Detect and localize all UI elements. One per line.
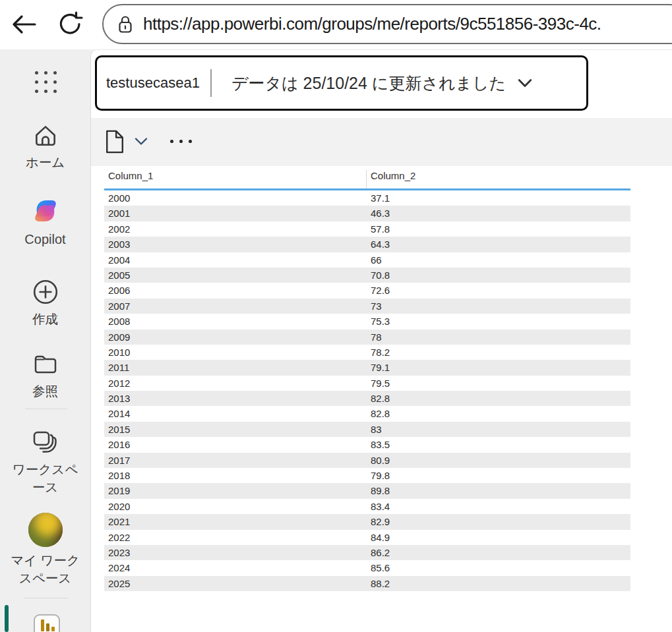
table-row[interactable]: 202386.2 <box>104 545 630 560</box>
table-cell: 2015 <box>104 422 367 437</box>
table-row[interactable]: 200978 <box>104 330 630 345</box>
browser-refresh-button[interactable] <box>57 11 83 38</box>
table-row[interactable]: 201583 <box>104 422 630 437</box>
table-cell: 78.2 <box>367 345 630 360</box>
sidebar-item-my-workspace[interactable]: マイ ワークスペース <box>0 513 90 587</box>
avatar <box>28 513 63 547</box>
folder-icon <box>32 350 59 378</box>
table-row[interactable]: 200146.3 <box>104 206 630 221</box>
table-cell: 88.2 <box>367 576 630 591</box>
circle-plus-icon <box>32 278 59 306</box>
table-row[interactable]: 201780.9 <box>104 453 630 468</box>
chevron-down-icon[interactable] <box>135 137 148 146</box>
more-options-button[interactable] <box>170 140 192 143</box>
table-row[interactable]: 202485.6 <box>104 560 630 575</box>
table-cell: 73 <box>367 299 630 314</box>
table-cell: 37.1 <box>367 190 630 206</box>
table-row[interactable]: 202083.4 <box>104 499 630 514</box>
browser-back-button[interactable] <box>11 13 37 36</box>
table-row[interactable]: 200773 <box>104 299 630 314</box>
table-row[interactable]: 200466 <box>104 252 630 268</box>
table-cell: 2016 <box>104 437 367 452</box>
report-title-dropdown[interactable]: testusecasea1 データは 25/10/24 に更新されました <box>95 55 588 111</box>
left-arrow-icon <box>11 13 37 36</box>
table-cell: 2009 <box>104 330 367 345</box>
table-row[interactable]: 200570.8 <box>104 268 630 283</box>
table-cell: 72.6 <box>367 283 630 298</box>
table-body: 200037.1200146.3200257.8200364.320046620… <box>104 190 630 591</box>
column-header[interactable]: Column_2 <box>367 170 630 188</box>
report-action-bar <box>91 118 672 166</box>
app-launcher-button[interactable] <box>35 71 57 94</box>
stacked-windows-icon <box>31 427 60 456</box>
table-cell: 2024 <box>104 560 367 575</box>
content-panel: testusecasea1 データは 25/10/24 に更新されました <box>90 49 672 632</box>
table-cell: 2018 <box>104 468 367 483</box>
table-cell: 84.9 <box>367 530 630 545</box>
sidebar-item-label: ホーム <box>11 154 80 171</box>
table-row[interactable]: 202284.9 <box>104 530 630 545</box>
table-row[interactable]: 201879.8 <box>104 468 630 483</box>
table-cell: 82.9 <box>367 514 630 529</box>
browser-address-bar[interactable]: https://app.powerbi.com/groups/me/report… <box>102 4 672 44</box>
sidebar-item-label: 作成 <box>11 310 80 328</box>
table-cell: 2000 <box>104 190 367 206</box>
sidebar-item-copilot[interactable]: Copilot <box>0 196 90 248</box>
sidebar-divider <box>25 409 67 409</box>
table-row[interactable]: 200364.3 <box>104 237 630 252</box>
table-visual: Column_1 Column_2 200037.1200146.3200257… <box>104 170 630 591</box>
table-row[interactable]: 201989.8 <box>104 483 630 498</box>
sidebar-item-label: 参照 <box>11 382 80 400</box>
data-updated-status: データは 25/10/24 に更新されました <box>231 72 506 94</box>
table-cell: 64.3 <box>367 237 630 252</box>
sidebar-item-browse[interactable]: 参照 <box>0 350 90 400</box>
chevron-down-icon[interactable] <box>518 78 532 88</box>
table-cell: 83.4 <box>367 499 630 514</box>
table-cell: 66 <box>367 252 630 268</box>
table-row[interactable]: 200875.3 <box>104 314 630 329</box>
table-row[interactable]: 202588.2 <box>104 576 630 591</box>
nav-selection-indicator <box>5 605 9 632</box>
report-nav-button[interactable] <box>34 614 60 632</box>
column-header[interactable]: Column_1 <box>104 170 367 188</box>
home-icon <box>32 121 59 149</box>
page-view-button[interactable] <box>105 129 125 155</box>
sidebar-item-create[interactable]: 作成 <box>0 278 90 328</box>
table-row[interactable]: 201179.1 <box>104 360 630 375</box>
sidebar-item-home[interactable]: ホーム <box>0 121 90 171</box>
table-cell: 79.8 <box>367 468 630 483</box>
table-cell: 57.8 <box>367 221 630 237</box>
table-cell: 2001 <box>104 206 367 221</box>
table-cell: 80.9 <box>367 453 630 468</box>
browser-toolbar: https://app.powerbi.com/groups/me/report… <box>0 0 672 49</box>
sidebar-item-label: マイ ワークスペース <box>11 552 80 587</box>
table-cell: 2007 <box>104 299 367 314</box>
sidebar-item-label: ワークスペース <box>11 461 80 496</box>
table-row[interactable]: 201078.2 <box>104 345 630 360</box>
table-cell: 2020 <box>104 499 367 514</box>
table-row[interactable]: 200037.1 <box>104 190 630 206</box>
table-cell: 2002 <box>104 221 367 237</box>
table-row[interactable]: 200257.8 <box>104 221 630 237</box>
copilot-icon <box>30 196 61 226</box>
table-cell: 85.6 <box>367 560 630 575</box>
ellipsis-icon <box>170 140 173 143</box>
table-cell: 2021 <box>104 514 367 529</box>
waffle-grid-icon <box>35 71 38 74</box>
url-text: https://app.powerbi.com/groups/me/report… <box>143 14 601 34</box>
table-row[interactable]: 200672.6 <box>104 283 630 298</box>
table-cell: 2014 <box>104 406 367 421</box>
table-cell: 2017 <box>104 453 367 468</box>
table-cell: 46.3 <box>367 206 630 221</box>
table-cell: 2013 <box>104 391 367 406</box>
sidebar-item-label: Copilot <box>11 231 80 248</box>
table-cell: 78 <box>367 330 630 345</box>
table-cell: 2025 <box>104 576 367 591</box>
table-cell: 82.8 <box>367 406 630 421</box>
table-row[interactable]: 201683.5 <box>104 437 630 452</box>
sidebar-item-workspaces[interactable]: ワークスペース <box>0 427 90 496</box>
table-row[interactable]: 201482.8 <box>104 406 630 421</box>
table-row[interactable]: 201382.8 <box>104 391 630 406</box>
table-row[interactable]: 201279.5 <box>104 376 630 391</box>
table-row[interactable]: 202182.9 <box>104 514 630 529</box>
